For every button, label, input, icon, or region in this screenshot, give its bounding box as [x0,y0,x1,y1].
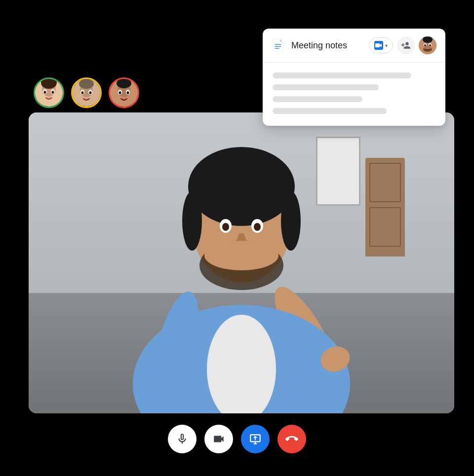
chevron-down-icon: ▾ [385,43,388,48]
svg-point-22 [52,91,54,94]
avatar-face-3 [110,79,138,107]
svg-point-21 [44,91,46,94]
panel-avatar-image [419,37,436,54]
video-call-button[interactable]: ▾ [369,37,393,53]
panel-user-avatar [419,37,436,54]
svg-point-11 [222,223,229,231]
svg-point-25 [79,79,94,89]
panel-content [263,63,445,126]
svg-point-51 [424,45,432,49]
svg-point-6 [188,147,295,226]
add-people-button[interactable] [397,37,415,54]
mic-button[interactable] [168,425,197,453]
svg-point-7 [182,191,202,251]
share-screen-icon [249,433,262,445]
svg-point-8 [281,191,301,251]
participant-avatar-2 [71,77,102,108]
svg-point-36 [127,91,129,94]
header-actions: ▾ [369,37,436,54]
video-feed [29,112,454,413]
svg-point-35 [119,91,121,94]
participant-avatar-3 [109,77,139,108]
person-figure [93,127,390,413]
mic-icon [176,433,189,445]
phone-icon [285,433,298,445]
svg-point-29 [89,91,92,94]
panel-title: Meeting notes [291,40,363,51]
camera-button[interactable] [204,425,233,453]
participant-avatar-1 [34,77,64,108]
svg-point-12 [254,223,261,231]
docs-icon [272,38,285,52]
call-controls [168,425,306,453]
camera-icon [212,433,225,445]
svg-point-14 [204,241,278,270]
meeting-notes-panel: Meeting notes ▾ [263,29,445,126]
add-person-icon [401,40,411,50]
svg-point-28 [81,91,84,94]
svg-rect-42 [375,43,380,47]
participants-row [34,77,139,108]
content-line-2 [273,84,379,90]
avatar-face-1 [35,79,63,107]
avatar-face-2 [73,79,100,107]
content-line-4 [273,108,387,114]
panel-header: Meeting notes ▾ [263,29,445,63]
video-icon [374,41,383,50]
content-line-3 [273,96,362,102]
hang-up-button[interactable] [277,425,306,453]
share-screen-button[interactable] [241,425,270,453]
content-line-1 [273,73,411,78]
